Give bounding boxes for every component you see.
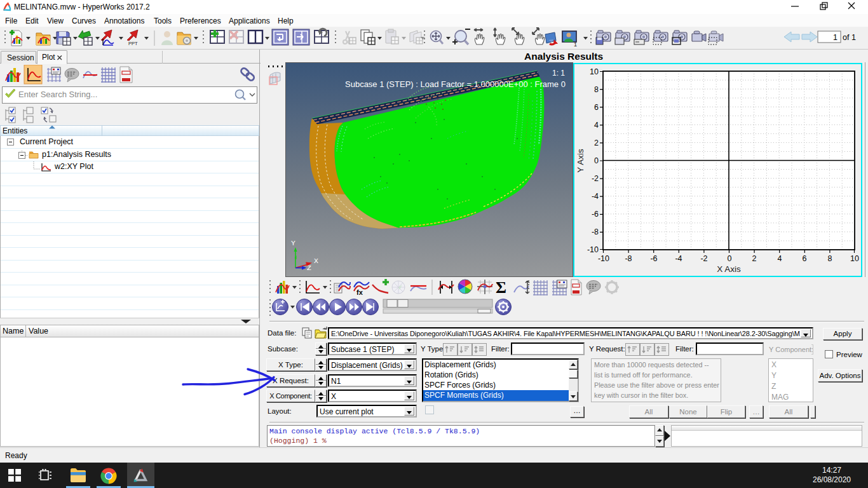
svg-text:8: 8 — [594, 85, 599, 94]
svg-text:10: 10 — [850, 254, 859, 263]
svg-text:-6: -6 — [592, 210, 599, 219]
svg-text:Σ: Σ — [496, 278, 506, 297]
svg-text:-2: -2 — [592, 174, 599, 183]
svg-text:X: X — [314, 257, 318, 265]
svg-text:-10: -10 — [587, 245, 599, 254]
svg-text:1: 1 — [833, 33, 837, 42]
svg-text:Y: Y — [291, 239, 295, 247]
svg-text:4: 4 — [778, 254, 782, 263]
svg-text:of 1: of 1 — [843, 33, 856, 42]
svg-text:2: 2 — [752, 254, 757, 263]
svg-text:-4: -4 — [592, 192, 599, 201]
svg-text:8: 8 — [828, 254, 832, 263]
svg-text:-8: -8 — [592, 227, 599, 236]
svg-text:fx: fx — [356, 288, 363, 296]
svg-text:Subcase 1 (STEP) : Load Factor: Subcase 1 (STEP) : Load Factor = 1.00000… — [345, 79, 566, 89]
svg-text:0: 0 — [728, 254, 732, 263]
svg-text:-4: -4 — [675, 254, 682, 263]
svg-text:1: 1 — [574, 41, 577, 48]
svg-text:0: 0 — [594, 156, 599, 165]
svg-text:-6: -6 — [650, 254, 657, 263]
svg-text:2: 2 — [594, 139, 599, 147]
svg-text:PPT: PPT — [128, 41, 138, 46]
svg-text:-2: -2 — [700, 254, 707, 263]
svg-text:4: 4 — [594, 121, 599, 130]
svg-text:X Axis: X Axis — [717, 264, 741, 274]
svg-text:6: 6 — [594, 103, 599, 112]
svg-text:Z: Z — [307, 264, 311, 272]
svg-text:-10: -10 — [598, 254, 609, 263]
svg-text:Y Axis: Y Axis — [576, 149, 585, 173]
svg-text:1: 1: 1: 1 — [552, 69, 565, 78]
svg-text:6: 6 — [803, 254, 807, 263]
svg-text:-8: -8 — [625, 254, 632, 263]
svg-text:10: 10 — [590, 67, 599, 76]
